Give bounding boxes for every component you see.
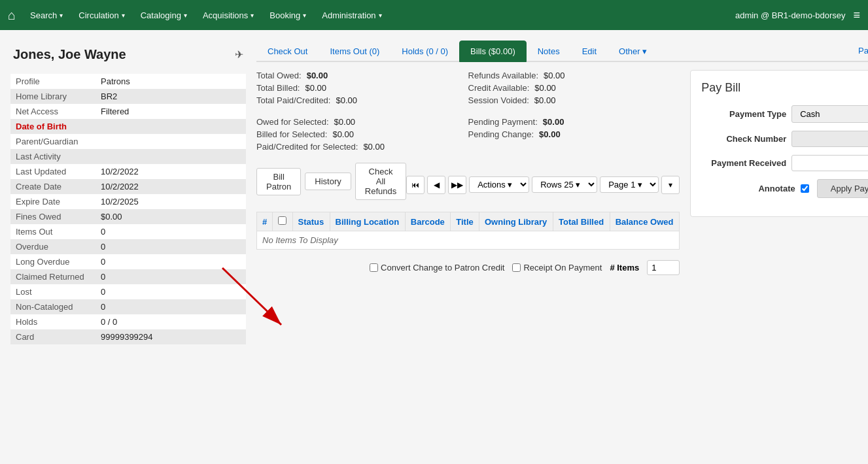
summary-left-2: Owed for Selected: $0.00 Billed for Sele… <box>256 116 468 152</box>
patron-field-label: Last Activity <box>10 149 95 164</box>
patron-field-row: Last Activity <box>10 149 246 164</box>
nav-item-booking[interactable]: Booking ▾ <box>263 0 313 30</box>
first-page-button[interactable]: ⏮ <box>406 176 425 194</box>
patron-field-value: 99999399294 <box>95 329 246 344</box>
no-items-text: No Items To Display <box>257 231 680 250</box>
bills-content: Total Owed: $0.00 Total Billed: $0.00 To… <box>256 70 868 454</box>
tab-bills[interactable]: Bills ($0.00) <box>459 41 527 62</box>
tab-notes[interactable]: Notes <box>527 41 571 62</box>
nav-item-circulation[interactable]: Circulation ▾ <box>72 0 131 30</box>
patron-field-row: Card99999399294 <box>10 329 246 344</box>
patron-field-label: Create Date <box>10 179 95 194</box>
bottom-options: Convert Change to Patron Credit Receipt … <box>256 255 680 275</box>
check-all-refunds-button[interactable]: Check All Refunds <box>355 163 406 200</box>
patron-field-value: 0 <box>95 239 246 254</box>
tab-edit[interactable]: Edit <box>571 41 608 62</box>
col-owning-library[interactable]: Owning Library <box>479 212 553 231</box>
patron-field-value: 0 / 0 <box>95 314 246 329</box>
tab-other[interactable]: Other ▾ <box>608 41 658 62</box>
select-all-checkbox[interactable] <box>278 216 286 225</box>
receipt-on-payment-checkbox[interactable] <box>512 263 521 272</box>
patron-field-row: Long Overdue0 <box>10 254 246 269</box>
payment-received-label: Payment Received <box>701 158 786 168</box>
patron-field-label: Long Overdue <box>10 254 95 269</box>
actions-dropdown[interactable]: Actions ▾ <box>469 176 529 193</box>
patron-name: Jones, Joe Wayne <box>13 47 126 62</box>
patron-field-label: Holds <box>10 314 95 329</box>
items-input[interactable] <box>647 260 680 275</box>
col-billing-location[interactable]: Billing Location <box>330 212 405 231</box>
tab-holds[interactable]: Holds (0 / 0) <box>391 41 459 62</box>
pay-bill-section: Pay Bill Payment Type Cash Check Credit … <box>690 70 868 454</box>
col-total-billed[interactable]: Total Billed <box>553 212 610 231</box>
tab-items-out[interactable]: Items Out (0) <box>319 41 391 62</box>
patron-field-row: Non-Cataloged0 <box>10 299 246 314</box>
page-dropdown[interactable]: Page 1 ▾ <box>600 176 659 193</box>
payment-type-label: Payment Type <box>701 109 786 119</box>
patron-field-value: 10/2/2022 <box>95 179 246 194</box>
payment-type-select[interactable]: Cash Check Credit Card <box>791 105 868 123</box>
prev-page-button[interactable]: ◀ <box>427 176 445 194</box>
col-status[interactable]: Status <box>292 212 330 231</box>
home-icon[interactable]: ⌂ <box>8 8 16 23</box>
patron-field-row: Expire Date10/2/2025 <box>10 194 246 209</box>
cataloging-dropdown-icon: ▾ <box>184 12 187 19</box>
more-options-button[interactable]: ▾ <box>661 176 680 194</box>
patron-sidebar: Jones, Joe Wayne ✈ ProfilePatronsHome Li… <box>10 41 246 454</box>
summary-grid: Total Owed: $0.00 Total Billed: $0.00 To… <box>256 70 680 106</box>
patron-field-label: Fines Owed <box>10 209 95 224</box>
patron-field-label: Claimed Returned <box>10 269 95 284</box>
patron-field-label: Home Library <box>10 89 95 104</box>
patron-field-value: $0.00 <box>95 209 246 224</box>
convert-change-checkbox[interactable] <box>370 263 378 272</box>
history-button[interactable]: History <box>305 173 351 190</box>
rows-dropdown[interactable]: Rows 25 ▾ <box>532 176 597 193</box>
col-title[interactable]: Title <box>451 212 479 231</box>
receipt-on-payment-label[interactable]: Receipt On Payment <box>512 263 602 273</box>
action-row: Bill Patron History Check All Refunds ⏮ … <box>256 163 680 207</box>
patron-field-label: Parent/Guardian <box>10 134 95 149</box>
bill-patron-button[interactable]: Bill Patron <box>256 168 301 195</box>
total-paid-credited-row: Total Paid/Credited: $0.00 <box>256 95 468 106</box>
patron-field-value: BR2 <box>95 89 246 104</box>
col-barcode[interactable]: Barcode <box>405 212 450 231</box>
patron-field-row: ProfilePatrons <box>10 74 246 89</box>
nav-menu-icon[interactable]: ≡ <box>853 8 860 22</box>
annotate-label: Annotate <box>710 184 795 193</box>
nav-item-search[interactable]: Search ▾ <box>24 0 69 30</box>
summary-right-2: Pending Payment: $0.00 Pending Change: $… <box>468 116 680 152</box>
pin-icon[interactable]: ✈ <box>235 48 243 61</box>
patron-info-table: ProfilePatronsHome LibraryBR2Net AccessF… <box>10 74 246 344</box>
tab-check-out[interactable]: Check Out <box>256 41 319 62</box>
convert-change-label[interactable]: Convert Change to Patron Credit <box>370 263 504 273</box>
top-nav: ⌂ Search ▾ Circulation ▾ Cataloging ▾ Ac… <box>0 0 868 30</box>
col-checkbox-header[interactable] <box>273 212 292 231</box>
summary-right: Refunds Available: $0.00 Credit Availabl… <box>468 70 680 106</box>
annotate-checkbox[interactable] <box>801 184 809 193</box>
patron-field-row: Overdue0 <box>10 239 246 254</box>
no-items-row: No Items To Display <box>257 231 680 250</box>
other-dropdown-icon: ▾ <box>642 46 647 56</box>
patron-field-row: Claimed Returned0 <box>10 269 246 284</box>
patron-field-row: Holds0 / 0 <box>10 314 246 329</box>
nav-item-cataloging[interactable]: Cataloging ▾ <box>134 0 194 30</box>
nav-item-acquisitions[interactable]: Acquisitions ▾ <box>196 0 260 30</box>
administration-dropdown-icon: ▾ <box>379 12 382 19</box>
patron-field-label: Date of Birth <box>10 119 95 134</box>
payment-received-input[interactable] <box>791 155 868 171</box>
patron-field-row: Fines Owed$0.00 <box>10 209 246 224</box>
items-label: # Items <box>610 263 639 273</box>
patron-field-value: Patrons <box>95 74 246 89</box>
acquisitions-dropdown-icon: ▾ <box>251 12 254 19</box>
check-number-input[interactable] <box>791 131 868 147</box>
col-balance-owed[interactable]: Balance Owed <box>610 212 680 231</box>
nav-item-administration[interactable]: Administration ▾ <box>315 0 388 30</box>
patron-field-value <box>95 134 246 149</box>
patron-search-link[interactable]: Patron Search <box>858 41 868 61</box>
patron-field-value: 0 <box>95 284 246 299</box>
apply-payment-button[interactable]: Apply Payment <box>817 179 868 198</box>
bills-left: Total Owed: $0.00 Total Billed: $0.00 To… <box>256 70 680 454</box>
session-voided-row: Session Voided: $0.00 <box>468 95 680 106</box>
patron-field-row: Items Out0 <box>10 224 246 239</box>
next-page-button[interactable]: ▶▶ <box>448 176 466 194</box>
